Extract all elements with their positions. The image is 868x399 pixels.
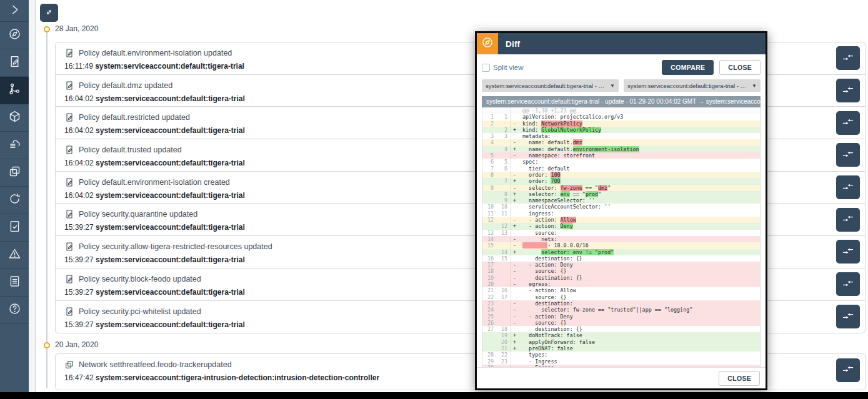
diff-compare-button[interactable]: [836, 79, 860, 102]
diff-line: @@ -1,30 +1,23 @@: [482, 107, 760, 114]
diff-compare-button[interactable]: [836, 143, 860, 167]
compass-icon: [481, 36, 494, 51]
diff-line: 9 + namespaceSelector: '': [482, 197, 760, 204]
split-view-checkbox[interactable]: [482, 64, 490, 72]
footer-close-button[interactable]: CLOSE: [719, 371, 760, 386]
expand-timeline-button[interactable]: [40, 4, 58, 22]
diff-code: spec:: [518, 159, 760, 165]
diff-compare-button[interactable]: [836, 46, 860, 70]
diff-marker: [510, 358, 518, 365]
diff-marker: +: [510, 223, 518, 229]
diff-line: 29 23 - Ingress: [482, 358, 760, 365]
diff-line: 16 15 destination: {}: [482, 255, 760, 262]
sidebar-item-chevron-right[interactable]: [0, 0, 29, 22]
diff-marker: +: [510, 249, 518, 255]
event-time: 16:47:42: [64, 373, 94, 382]
event-time: 16:04:02: [64, 126, 94, 135]
diff-new-line-number: 8: [496, 191, 510, 197]
diff-line: 18 - source: {}: [482, 268, 760, 274]
diff-new-line-number: 11: [496, 210, 510, 217]
diff-marker: [510, 287, 518, 293]
diff-new-line-number: 19: [496, 332, 510, 338]
diff-new-line-number: [496, 242, 510, 249]
diff-line: 1 1 apiVersion: projectcalico.org/v3: [482, 114, 760, 120]
sidebar-item-doc-check[interactable]: [0, 214, 29, 242]
diff-old-line-number: 22: [482, 294, 496, 300]
event-title: Policy default.trusted updated: [79, 145, 182, 154]
diff-compare-button[interactable]: [836, 208, 860, 232]
compare-arrows-icon: [842, 116, 854, 130]
diff-code: selector: fw-zone == "dmz": [518, 185, 760, 191]
sidebar-item-compass[interactable]: [0, 22, 29, 49]
diff-old-line-number: 24: [482, 307, 496, 313]
diff-new-line-number: [496, 262, 510, 268]
compare-button[interactable]: COMPARE: [662, 60, 714, 75]
diff-old-line-number: 19: [482, 275, 496, 281]
expand-icon: [44, 7, 54, 19]
warning-icon: [8, 247, 21, 263]
diff-line: 8 - order: 100: [482, 172, 760, 178]
diff-line: 26 - source: {}: [482, 320, 760, 326]
event-title: Policy default.environment-isolation upd…: [79, 49, 232, 57]
diff-old-line-number: 28: [482, 352, 496, 358]
sidebar-item-refresh[interactable]: [0, 187, 29, 214]
sidebar-item-copies[interactable]: [0, 159, 29, 187]
diff-compare-button[interactable]: [836, 111, 860, 135]
diff-old-line-number: 16: [482, 255, 496, 262]
compare-arrows-icon: [842, 51, 854, 66]
diff-line: 12 - - action: Allow: [482, 217, 760, 223]
event-title: Policy security.allow-tigera-restricted-…: [79, 242, 272, 251]
doc-check-icon: [8, 220, 21, 235]
diff-code: types:: [518, 352, 760, 358]
diff-marker: [510, 255, 518, 262]
diff-code: source:: [518, 230, 760, 236]
diff-compare-button[interactable]: [836, 175, 860, 199]
event-title: Policy default.dmz updated: [79, 81, 172, 90]
sidebar-item-flow-graph[interactable]: [0, 77, 29, 104]
timeline-date-label: 20 Jan, 2020: [55, 340, 98, 349]
chevron-down-icon: ▼: [610, 83, 615, 89]
diff-new-line-number: 13: [496, 230, 510, 236]
diff-old-line-number: 23: [482, 300, 496, 307]
split-view-toggle[interactable]: Split view: [482, 64, 524, 72]
sidebar-item-warning[interactable]: [0, 242, 29, 269]
diff-code: name: default.dmz: [518, 139, 760, 145]
diff-line: 21 16 - action: Allow: [482, 287, 760, 293]
diff-marker: +: [510, 339, 518, 345]
diff-line: 3 3 metadata:: [482, 133, 760, 139]
sidebar-item-doc-list[interactable]: [0, 269, 29, 297]
sidebar-item-help[interactable]: [0, 297, 29, 324]
diff-compare-button[interactable]: [836, 240, 860, 264]
compare-arrows-icon: [842, 84, 854, 98]
refresh-icon: [8, 192, 21, 208]
close-button[interactable]: CLOSE: [719, 60, 761, 75]
diff-compare-button[interactable]: [836, 272, 860, 296]
diff-old-line-number: 18: [482, 268, 496, 274]
sidebar-item-cloud-stack[interactable]: [0, 132, 29, 159]
diff-line: 12 + - action: Deny: [482, 223, 760, 229]
diff-code: kind: GlobalNetworkPolicy: [518, 127, 760, 133]
diff-marker: -: [510, 281, 518, 287]
diff-marker: +: [510, 191, 518, 197]
diff-compare-button[interactable]: [836, 358, 860, 382]
event-time: 15:39:27: [64, 320, 94, 329]
right-revision-select[interactable]: system:serviceaccount:default:tigera-tri…: [624, 79, 761, 92]
diff-line: 2 + kind: GlobalNetworkPolicy: [482, 127, 760, 133]
diff-code: @@ -1,30 +1,23 @@: [518, 107, 760, 114]
diff-line: 10 10 serviceAccountSelector: '': [482, 204, 760, 210]
diff-code: serviceAccountSelector: '': [518, 204, 760, 210]
diff-new-line-number: [496, 185, 510, 191]
event-account: system:serviceaccount:default:tigera-tri…: [96, 255, 245, 264]
diff-new-line-number: 9: [496, 197, 510, 204]
sidebar-item-policy-edit[interactable]: [0, 49, 29, 77]
diff-code: - action: Allow: [518, 287, 760, 293]
diff-code: egress:: [518, 281, 760, 287]
diff-compare-button[interactable]: [836, 305, 860, 328]
diff-line: 5 - namespace: storefront: [482, 152, 760, 159]
diff-code: name: default.environment-isolation: [518, 146, 760, 152]
diff-code: namespace: storefront: [518, 152, 760, 159]
left-revision-select[interactable]: system:serviceaccount:default:tigera-tri…: [482, 79, 619, 92]
diff-new-line-number: 16: [496, 287, 510, 293]
diff-marker: [510, 294, 518, 300]
sidebar-item-cube[interactable]: [0, 104, 29, 132]
